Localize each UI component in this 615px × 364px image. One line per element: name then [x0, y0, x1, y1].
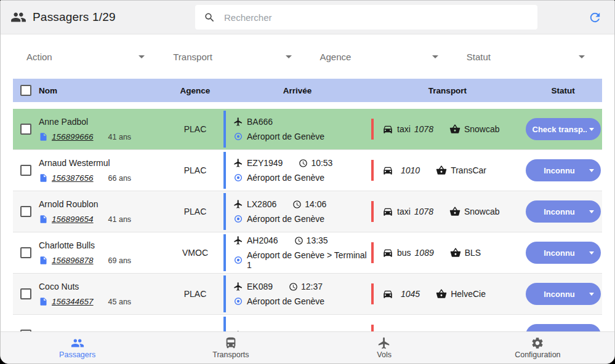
status-cell: Check transp... — [524, 118, 602, 140]
passenger-row: Arnaud Westermul 156387656 66 ans PLAC E… — [13, 150, 602, 191]
company-group: Snowcab — [449, 206, 500, 217]
file-number-link[interactable]: 156896878 — [52, 256, 94, 265]
filter-action-label: Action — [26, 52, 52, 62]
transport-number: 1078 — [414, 124, 433, 134]
caret-down-icon — [589, 169, 594, 172]
agency-code: PLAC — [167, 207, 223, 216]
transport-cell: taxi 1078 Snowcab — [371, 109, 524, 149]
passenger-age: 41 ans — [108, 133, 132, 141]
status-label: Inconnu — [533, 290, 587, 299]
status-button[interactable]: Inconnu — [526, 242, 601, 264]
status-label: Inconnu — [533, 166, 587, 175]
filter-action[interactable]: Action — [14, 47, 161, 67]
transport-number: 1089 — [415, 248, 434, 258]
refresh-button[interactable] — [585, 8, 605, 27]
location-icon — [233, 255, 243, 265]
status-button[interactable]: Inconnu — [526, 159, 601, 181]
column-header-transport: Transport — [371, 86, 524, 95]
status-cell: Inconnu — [524, 200, 602, 223]
flight-line: AF1842 11:36 — [233, 330, 371, 331]
status-label: Inconnu — [533, 248, 587, 258]
flight-number: AF1842 — [247, 330, 277, 331]
nav-passagers[interactable]: Passagers — [1, 332, 154, 363]
file-line: 156387656 66 ans — [39, 173, 167, 183]
arrival-time-group: 13:35 — [294, 235, 328, 245]
passenger-list: Anne Padbol 156899666 41 ans PLAC BA666 — [13, 109, 602, 331]
car-icon — [382, 165, 393, 176]
select-all-checkbox[interactable] — [20, 85, 31, 96]
arrival-location: Aéroport de Genève — [247, 132, 324, 141]
nav-vols[interactable]: Vols — [308, 332, 461, 363]
column-header-arrivee: Arrivée — [223, 86, 371, 95]
transport-number: 1078 — [414, 207, 433, 216]
plane-icon — [233, 117, 243, 127]
arrival-cell: EK089 12:37 Aéroport de Genève — [223, 274, 371, 314]
arrival-location: Aéroport de Genève > Terminal 1 — [247, 250, 371, 270]
file-number-link[interactable]: 156387656 — [52, 173, 94, 183]
vehicle-group: 1045 — [382, 288, 420, 299]
name-cell: Arnold Roublon 156899654 41 ans — [39, 191, 167, 232]
transport-company: TransCar — [451, 165, 486, 175]
passenger-name: Arnaud Westermul — [39, 158, 167, 168]
file-number-link[interactable]: 156899666 — [52, 132, 94, 141]
plane-icon — [233, 235, 243, 245]
search-input[interactable] — [224, 12, 529, 23]
passenger-age: 66 ans — [108, 174, 132, 183]
file-number-link[interactable]: 156344657 — [52, 297, 94, 306]
status-button[interactable]: Inconnu — [526, 200, 601, 223]
filter-statut[interactable]: Statut — [454, 47, 601, 67]
file-icon — [39, 256, 48, 265]
location-line: Aéroport de Genève — [233, 214, 371, 224]
transport-cell: 1045 HelveCie — [371, 274, 524, 314]
transport-cell: bus 1089 BLS — [371, 232, 524, 273]
arrival-time: 11:36 — [305, 330, 326, 331]
clock-icon — [294, 236, 303, 245]
passenger-name: Anne Padbol — [39, 117, 167, 127]
nav-configuration[interactable]: Configuration — [461, 332, 614, 363]
car-icon — [382, 288, 393, 299]
caret-down-icon — [589, 293, 594, 296]
transport-cell: 1010 TransCar — [371, 150, 524, 191]
basket-icon — [449, 206, 460, 217]
status-cell: Inconnu — [524, 159, 602, 181]
row-checkbox[interactable] — [20, 288, 31, 299]
vehicle-group: 1010 — [382, 165, 420, 176]
car-icon — [382, 124, 393, 135]
location-line: Aéroport de Genève — [233, 132, 371, 141]
filter-agence-label: Agence — [320, 52, 352, 62]
transport-company: HelveCie — [451, 289, 486, 299]
file-icon — [39, 215, 48, 224]
transport-mode: bus — [397, 248, 411, 258]
row-checkbox[interactable] — [20, 247, 31, 258]
location-line: Aéroport de Genève — [233, 296, 371, 306]
caret-down-icon — [589, 128, 594, 131]
status-cell — [524, 324, 602, 331]
arrival-location: Aéroport de Genève — [247, 296, 324, 306]
flight-line: EK089 12:37 — [233, 282, 371, 291]
file-number-link[interactable]: 156899654 — [52, 215, 94, 224]
row-checkbox[interactable] — [20, 165, 31, 176]
name-cell: Coco Nuts 156344657 45 ans — [39, 274, 167, 314]
bottom-nav: Passagers Transports Vols Configuration — [1, 331, 614, 363]
filter-transport[interactable]: Transport — [161, 47, 307, 67]
status-button[interactable]: Inconnu — [526, 283, 601, 305]
row-checkbox[interactable] — [20, 206, 31, 217]
clock-icon — [293, 331, 302, 332]
passengers-icon — [71, 336, 84, 350]
status-button[interactable]: Check transp... — [526, 118, 601, 140]
search-box[interactable] — [195, 5, 537, 30]
name-cell: Anne Padbol 156899666 41 ans — [39, 109, 167, 149]
car-icon — [382, 206, 393, 217]
status-button[interactable] — [526, 324, 601, 331]
passenger-row: Arnold Roublon 156899654 41 ans PLAC LX2… — [13, 191, 602, 232]
plane-icon — [233, 199, 243, 209]
transport-cell: taxi 1078 Snowcab — [371, 191, 524, 232]
status-cell: Inconnu — [524, 283, 602, 305]
row-checkbox[interactable] — [20, 124, 31, 135]
plane-icon — [377, 336, 391, 350]
nav-transports[interactable]: Transports — [154, 332, 307, 363]
file-icon — [39, 132, 48, 141]
arrival-time: 10:53 — [311, 158, 332, 168]
caret-down-icon — [589, 251, 594, 255]
filter-agence[interactable]: Agence — [308, 47, 454, 67]
